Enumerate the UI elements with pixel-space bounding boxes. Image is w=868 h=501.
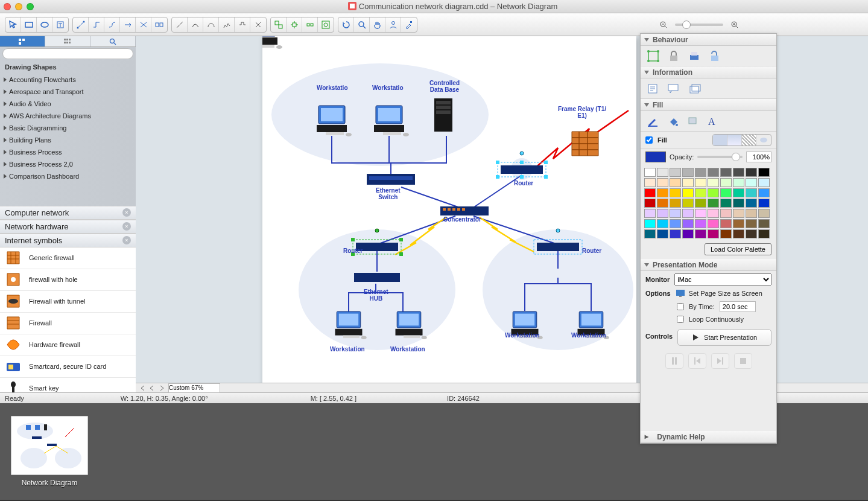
palette-color[interactable] (682, 199, 694, 208)
stencil-item[interactable]: Generic firewall (0, 247, 136, 269)
palette-color[interactable] (720, 168, 732, 177)
palette-color[interactable] (670, 199, 681, 208)
palette-color[interactable] (720, 219, 732, 228)
palette-color[interactable] (670, 188, 681, 197)
stencil-item[interactable]: firewall with hole (0, 269, 136, 291)
section-presentation[interactable]: Presentation Mode (641, 259, 776, 271)
library-category[interactable]: Comparison Dashboard (0, 170, 136, 182)
palette-color[interactable] (657, 188, 668, 197)
info-page-icon[interactable] (647, 83, 659, 94)
palette-color[interactable] (733, 178, 744, 187)
palette-color[interactable] (720, 209, 732, 218)
monitor-select[interactable]: iMac (674, 273, 771, 286)
text-tool[interactable] (52, 18, 68, 32)
palette-color[interactable] (720, 188, 732, 197)
library-category[interactable]: Business Process 2,0 (0, 158, 136, 170)
zoom-window[interactable] (27, 3, 34, 10)
palette-color[interactable] (720, 199, 732, 208)
section-behaviour[interactable]: Behaviour (641, 34, 776, 46)
library-tab-grid[interactable] (45, 36, 90, 46)
palette-color[interactable] (758, 188, 770, 197)
connector-tool-2[interactable] (89, 18, 104, 32)
palette-color[interactable] (682, 168, 694, 177)
ellipse-tool[interactable] (37, 18, 52, 32)
palette-color[interactable] (670, 178, 681, 187)
palette-color[interactable] (657, 168, 668, 177)
palette-color[interactable] (682, 229, 694, 238)
connector-tool-1[interactable] (73, 18, 89, 32)
palette-color[interactable] (708, 229, 719, 238)
palette-color[interactable] (695, 188, 706, 197)
palette-color[interactable] (644, 229, 656, 238)
palette-color[interactable] (670, 219, 681, 228)
connector-tool-6[interactable] (151, 18, 167, 32)
arrange-4[interactable] (318, 18, 334, 32)
load-palette-button[interactable]: Load Color Palette (705, 243, 771, 255)
lock-icon[interactable] (668, 50, 679, 62)
stencil-item[interactable]: Smart key (0, 378, 136, 393)
stencil-item[interactable]: Hardware firewall (0, 334, 136, 356)
palette-color[interactable] (695, 178, 706, 187)
palette-color[interactable] (758, 219, 770, 228)
palette-color[interactable] (644, 168, 656, 177)
library-accordion[interactable]: Internet symbols× (0, 234, 136, 247)
fill-image-type[interactable] (756, 135, 771, 145)
start-presentation-button[interactable]: Start Presentation (677, 329, 771, 346)
palette-color[interactable] (733, 188, 744, 197)
section-information[interactable]: Information (641, 66, 776, 78)
palette-color[interactable] (746, 229, 757, 238)
opacity-slider[interactable] (697, 156, 743, 158)
stop-button[interactable] (734, 353, 752, 369)
fill-enabled-checkbox[interactable] (645, 136, 653, 144)
arrange-1[interactable] (271, 18, 287, 32)
library-category[interactable]: Audio & Video (0, 98, 136, 110)
eyedropper-tool[interactable] (401, 18, 417, 32)
palette-color[interactable] (682, 219, 694, 228)
view-reset[interactable] (338, 18, 354, 32)
library-category[interactable]: Basic Diagramming (0, 122, 136, 134)
palette-color[interactable] (733, 168, 744, 177)
palette-color[interactable] (733, 219, 744, 228)
stencil-item[interactable]: Firewall (0, 313, 136, 334)
info-callout-icon[interactable] (667, 83, 680, 94)
palette-color[interactable] (657, 209, 668, 218)
fill-solid-type[interactable] (713, 135, 727, 145)
nav-prev-icon[interactable] (149, 385, 155, 391)
minimize-window[interactable] (15, 3, 22, 10)
palette-color[interactable] (758, 168, 770, 177)
fill-gradient-type[interactable] (727, 135, 742, 145)
palette-color[interactable] (670, 209, 681, 218)
close-window[interactable] (4, 3, 11, 10)
library-category[interactable]: Accounting Flowcharts (0, 74, 136, 86)
nav-next-icon[interactable] (159, 385, 165, 391)
connector-tool-5[interactable] (136, 18, 151, 32)
palette-color[interactable] (746, 209, 757, 218)
palette-color[interactable] (657, 178, 668, 187)
stencil-item[interactable]: Firewall with tunnel (0, 291, 136, 313)
unlock-icon[interactable] (709, 50, 721, 62)
palette-color[interactable] (708, 219, 719, 228)
fill-shadow-icon[interactable] (688, 116, 699, 126)
library-category[interactable]: Business Process (0, 146, 136, 158)
palette-color[interactable] (758, 178, 770, 187)
arrange-3[interactable] (302, 18, 318, 32)
palette-color[interactable] (695, 219, 706, 228)
info-stack-icon[interactable] (689, 83, 702, 94)
library-category[interactable]: Aerospace and Transport (0, 86, 136, 98)
palette-color[interactable] (746, 168, 757, 177)
print-icon[interactable] (688, 50, 701, 62)
palette-color[interactable] (670, 168, 681, 177)
arrange-2[interactable] (287, 18, 302, 32)
fill-color-swatch[interactable] (645, 152, 666, 162)
palette-color[interactable] (708, 188, 719, 197)
fill-pen-icon[interactable] (647, 116, 659, 127)
palette-color[interactable] (695, 229, 706, 238)
hand-tool[interactable] (370, 18, 385, 32)
section-dynamic-help[interactable]: ▾ Dynamic Help (641, 431, 776, 443)
palette-color[interactable] (746, 199, 757, 208)
palette-color[interactable] (695, 199, 706, 208)
line-tool-1[interactable] (172, 18, 188, 32)
library-search-input[interactable] (2, 48, 133, 59)
stencil-item[interactable]: Smartcard, secure ID card (0, 356, 136, 378)
snap-icon[interactable] (647, 49, 660, 63)
